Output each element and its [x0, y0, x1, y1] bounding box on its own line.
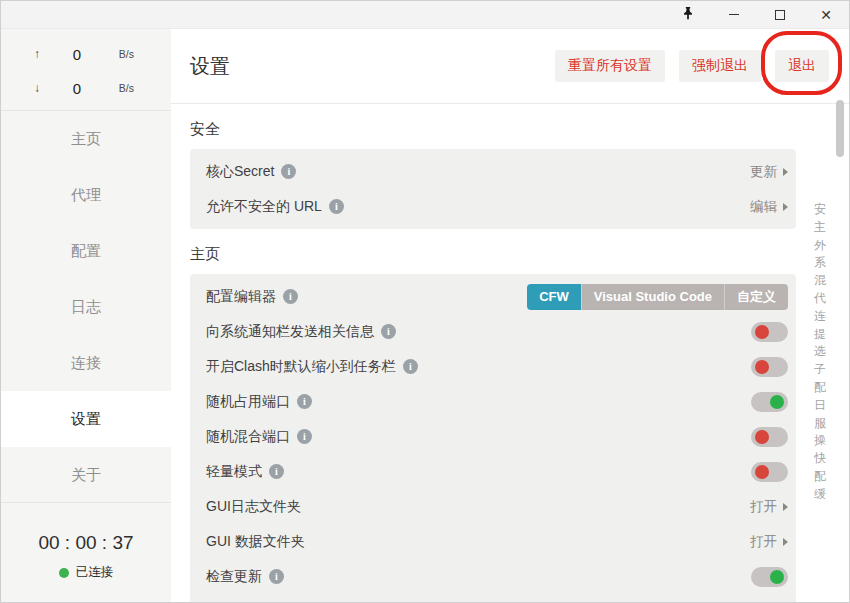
setting-row-minimize-on-launch: 开启Clash时默认缩小到任务栏	[190, 349, 796, 384]
main-header: 设置 重置所有设置 强制退出 退出	[171, 29, 849, 104]
page-title: 设置	[190, 53, 230, 80]
setting-label: 允许不安全的 URL	[206, 198, 322, 216]
download-arrow-icon: ↓	[34, 81, 54, 95]
sidebar: ↑ 0 B/s ↓ 0 B/s 主页 代理 配置 日志 连接 设置 关于	[1, 29, 171, 602]
open-data-folder-action[interactable]: 打开	[750, 533, 788, 551]
settings-scroll-area: 安全 核心Secret 更新	[171, 104, 849, 602]
toggle-knob	[770, 570, 784, 584]
close-button[interactable]: ✕	[803, 1, 849, 29]
reset-all-settings-button[interactable]: 重置所有设置	[555, 50, 665, 82]
sidebar-item-profiles[interactable]: 配置	[1, 223, 171, 279]
upload-speed: ↑ 0 B/s	[1, 37, 171, 71]
setting-row-gui-data-folder: GUI 数据文件夹 打开	[190, 524, 796, 559]
segment-cfw[interactable]: CFW	[527, 284, 581, 310]
setting-label: 随机混合端口	[206, 428, 290, 446]
toggle-partial[interactable]	[751, 602, 788, 603]
main-panel: 设置 重置所有设置 强制退出 退出 安全 核心Secret	[171, 29, 849, 602]
setting-row-core-secret: 核心Secret 更新	[190, 154, 796, 189]
toggle-knob	[755, 360, 769, 374]
setting-label: 检查更新	[206, 568, 262, 586]
sidebar-item-home[interactable]: 主页	[1, 111, 171, 167]
connection-status: 已连接	[1, 564, 171, 581]
sidebar-item-proxies[interactable]: 代理	[1, 167, 171, 223]
toggle-knob	[755, 465, 769, 479]
upload-arrow-icon: ↑	[34, 47, 54, 61]
info-icon[interactable]	[381, 324, 396, 339]
sidebar-item-connections[interactable]: 连接	[1, 335, 171, 391]
sidebar-nav: 主页 代理 配置 日志 连接 设置 关于	[1, 111, 171, 503]
toggle-random-port[interactable]	[751, 392, 788, 412]
sidebar-item-settings[interactable]: 设置	[1, 391, 171, 447]
traffic-panel: ↑ 0 B/s ↓ 0 B/s	[1, 29, 171, 111]
section-anchor-strip[interactable]: 安 主 外 系 混 代 连 提 选 子 配 日 服 操 快 配 缓	[812, 201, 828, 504]
caret-right-icon	[783, 503, 788, 511]
scrollbar-thumb[interactable]	[836, 100, 844, 157]
setting-row-config-editor: 配置编辑器 CFW Visual Studio Code 自定义	[190, 279, 796, 314]
setting-label: 轻量模式	[206, 463, 262, 481]
download-value: 0	[54, 80, 100, 97]
update-action[interactable]: 更新	[750, 163, 788, 181]
minimize-button[interactable]	[711, 1, 757, 29]
open-log-folder-action[interactable]: 打开	[750, 498, 788, 516]
info-icon[interactable]	[269, 569, 284, 584]
status-label: 已连接	[76, 564, 114, 581]
editor-segmented-control: CFW Visual Studio Code 自定义	[527, 284, 788, 310]
close-icon: ✕	[820, 7, 832, 23]
section-title-security: 安全	[190, 120, 796, 139]
quit-button[interactable]: 退出	[775, 50, 829, 82]
toggle-knob	[755, 325, 769, 339]
setting-label: 开启Clash时默认缩小到任务栏	[206, 358, 396, 376]
toggle-knob	[755, 430, 769, 444]
toggle-lite-mode[interactable]	[751, 462, 788, 482]
setting-row-check-update: 检查更新	[190, 559, 796, 594]
toggle-check-update[interactable]	[751, 567, 788, 587]
uptime-timer: 00 : 00 : 37	[1, 532, 171, 554]
setting-label: GUI日志文件夹	[206, 498, 301, 516]
setting-label: 配置编辑器	[206, 288, 276, 306]
toggle-minimize-on-launch[interactable]	[751, 357, 788, 377]
setting-row-random-port: 随机占用端口	[190, 384, 796, 419]
setting-row-lite-mode: 轻量模式	[190, 454, 796, 489]
toggle-random-mixed-port[interactable]	[751, 427, 788, 447]
info-icon[interactable]	[269, 464, 284, 479]
setting-row-partial	[190, 594, 796, 602]
sidebar-item-logs[interactable]: 日志	[1, 279, 171, 335]
upload-unit: B/s	[100, 48, 134, 60]
setting-row-allow-unsafe-url: 允许不安全的 URL 编辑	[190, 189, 796, 224]
force-quit-button[interactable]: 强制退出	[679, 50, 761, 82]
maximize-button[interactable]	[757, 1, 803, 29]
upload-value: 0	[54, 46, 100, 63]
app-window: ✕ ↑ 0 B/s ↓ 0 B/s 主页 代理 配置 日志	[0, 0, 850, 603]
pin-button[interactable]	[665, 1, 711, 29]
edit-action[interactable]: 编辑	[750, 198, 788, 216]
home-card: 配置编辑器 CFW Visual Studio Code 自定义	[190, 274, 796, 602]
setting-label: 向系统通知栏发送相关信息	[206, 323, 374, 341]
setting-row-notifications: 向系统通知栏发送相关信息	[190, 314, 796, 349]
info-icon[interactable]	[281, 164, 296, 179]
security-card: 核心Secret 更新 允许不安全的 URL	[190, 149, 796, 229]
segment-custom[interactable]: 自定义	[724, 284, 788, 310]
info-icon[interactable]	[283, 289, 298, 304]
caret-right-icon	[783, 203, 788, 211]
segment-vscode[interactable]: Visual Studio Code	[581, 284, 724, 310]
minimize-icon	[729, 14, 739, 15]
maximize-icon	[775, 10, 785, 20]
setting-label: 随机占用端口	[206, 393, 290, 411]
toggle-notifications[interactable]	[751, 322, 788, 342]
titlebar: ✕	[1, 1, 849, 29]
info-icon[interactable]	[403, 359, 418, 374]
info-icon[interactable]	[297, 429, 312, 444]
header-buttons: 重置所有设置 强制退出 退出	[555, 50, 829, 82]
setting-row-random-mixed-port: 随机混合端口	[190, 419, 796, 454]
sidebar-item-about[interactable]: 关于	[1, 447, 171, 503]
section-title-home: 主页	[190, 245, 796, 264]
pushpin-icon	[681, 6, 695, 23]
caret-right-icon	[783, 538, 788, 546]
info-icon[interactable]	[297, 394, 312, 409]
setting-label: GUI 数据文件夹	[206, 533, 305, 551]
info-icon[interactable]	[329, 199, 344, 214]
download-speed: ↓ 0 B/s	[1, 71, 171, 105]
status-dot-icon	[59, 568, 69, 578]
sidebar-footer: 00 : 00 : 37 已连接	[1, 502, 171, 602]
caret-right-icon	[783, 168, 788, 176]
